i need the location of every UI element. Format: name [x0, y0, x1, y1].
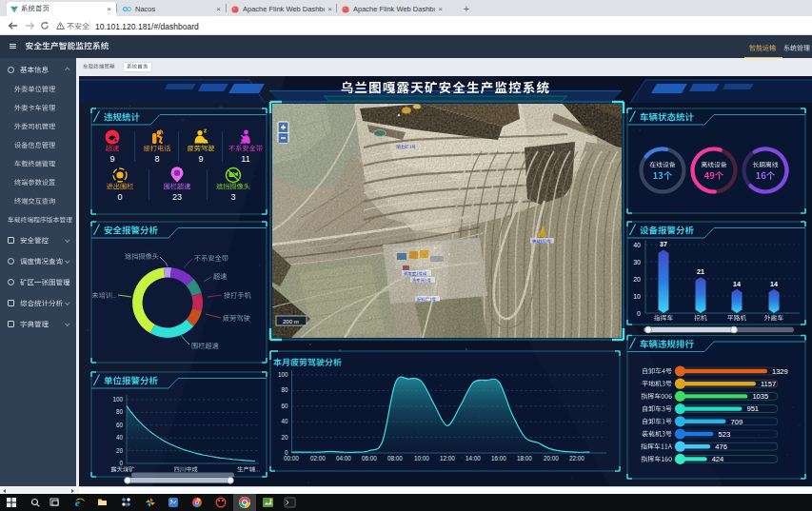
- svg-text:11: 11: [241, 154, 249, 164]
- svg-text:40: 40: [281, 418, 288, 424]
- svg-text:23: 23: [172, 192, 182, 202]
- svg-text:0: 0: [117, 192, 122, 202]
- svg-text:709: 709: [731, 418, 743, 426]
- svg-text:14: 14: [733, 281, 741, 287]
- svg-text:04:00: 04:00: [336, 455, 351, 462]
- svg-text:10: 10: [633, 293, 641, 300]
- svg-text:9: 9: [109, 154, 114, 164]
- svg-text:06:00: 06:00: [362, 455, 377, 462]
- svg-text:37: 37: [660, 241, 667, 247]
- svg-text:30: 30: [633, 259, 641, 265]
- svg-text:0: 0: [119, 460, 123, 466]
- svg-text:951: 951: [747, 404, 760, 413]
- svg-text:3: 3: [230, 192, 235, 202]
- svg-text:20:00: 20:00: [544, 455, 559, 462]
- svg-text:100: 100: [278, 371, 288, 378]
- svg-text:22:00: 22:00: [569, 455, 584, 462]
- svg-text:1157: 1157: [761, 380, 776, 388]
- svg-text:424: 424: [712, 455, 724, 463]
- svg-text:60: 60: [116, 422, 124, 428]
- svg-text:10:00: 10:00: [414, 455, 429, 462]
- svg-text:e: e: [75, 497, 80, 508]
- svg-text:80: 80: [116, 408, 124, 415]
- svg-text:20: 20: [633, 276, 641, 283]
- svg-text:200 m: 200 m: [283, 319, 299, 324]
- svg-text:20: 20: [116, 447, 124, 454]
- svg-text:21: 21: [697, 268, 704, 275]
- svg-text:16:00: 16:00: [491, 455, 506, 462]
- svg-text:40: 40: [633, 242, 641, 248]
- svg-text:523: 523: [719, 430, 731, 439]
- svg-text:0: 0: [637, 310, 641, 317]
- svg-text:1329: 1329: [772, 367, 788, 376]
- svg-text:12:00: 12:00: [440, 455, 455, 462]
- svg-text:80: 80: [281, 386, 288, 393]
- svg-text:14: 14: [770, 281, 778, 287]
- svg-text:100: 100: [112, 396, 123, 403]
- svg-text:1035: 1035: [752, 392, 768, 401]
- svg-text:02:00: 02:00: [310, 455, 326, 462]
- svg-text:60: 60: [281, 403, 288, 409]
- svg-text:18:00: 18:00: [517, 455, 532, 462]
- svg-text:08:00: 08:00: [387, 455, 403, 462]
- svg-text:20: 20: [281, 434, 288, 441]
- svg-text:14:00: 14:00: [465, 455, 481, 462]
- svg-text:9: 9: [198, 154, 203, 164]
- svg-text:476: 476: [715, 442, 727, 451]
- svg-text:00:00: 00:00: [284, 455, 299, 462]
- svg-text:40: 40: [116, 434, 124, 441]
- svg-text:8: 8: [154, 154, 159, 164]
